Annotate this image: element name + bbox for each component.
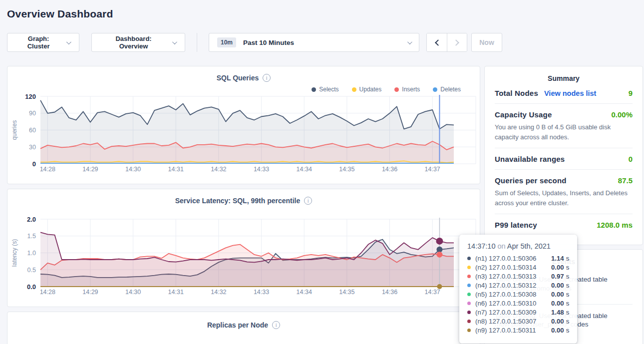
svg-text:14:29: 14:29 bbox=[82, 289, 98, 296]
svg-text:14:31: 14:31 bbox=[168, 289, 184, 296]
legend-dot bbox=[394, 87, 399, 92]
svg-text:90: 90 bbox=[29, 110, 36, 117]
legend-item-selects[interactable]: Selects bbox=[312, 85, 338, 93]
graph-dropdown-label: Graph: Cluster bbox=[16, 35, 60, 50]
node-color-dot bbox=[467, 329, 471, 332]
info-icon[interactable] bbox=[263, 74, 271, 82]
summary-row-capacity: Capacity Usage 0.00% You are using 0 B o… bbox=[495, 104, 633, 148]
svg-text:0.0: 0.0 bbox=[27, 283, 36, 291]
tooltip-node-row: (n2) 127.0.0.1:503140.00s bbox=[467, 263, 569, 272]
svg-text:14:35: 14:35 bbox=[339, 289, 354, 296]
time-range-badge: 10m bbox=[217, 37, 236, 47]
svg-text:1.0: 1.0 bbox=[27, 250, 36, 257]
node-color-dot bbox=[467, 302, 471, 305]
summary-row-qps: Queries per second 87.5 Sum of Selects, … bbox=[495, 170, 633, 214]
info-icon[interactable] bbox=[304, 197, 312, 205]
tooltip-timestamp: 14:37:10 on Apr 5th, 2021 bbox=[467, 242, 569, 250]
summary-title: Summary bbox=[495, 74, 633, 82]
svg-text:120: 120 bbox=[25, 93, 36, 100]
capacity-usage-value: 0.00% bbox=[611, 110, 633, 119]
tooltip-node-row: (n7) 127.0.0.1:503091.48s bbox=[467, 308, 569, 317]
svg-text:1.5: 1.5 bbox=[27, 233, 36, 240]
svg-text:14:33: 14:33 bbox=[254, 289, 269, 296]
svg-text:14:32: 14:32 bbox=[211, 166, 226, 173]
node-color-dot bbox=[467, 320, 471, 323]
sql-queries-card: SQL Queries SelectsUpdatesInsertsDeletes… bbox=[7, 66, 480, 184]
unavailable-ranges-label: Unavailable ranges bbox=[495, 155, 565, 163]
svg-text:14:30: 14:30 bbox=[125, 289, 141, 296]
svg-text:14:29: 14:29 bbox=[82, 166, 98, 173]
qps-label: Queries per second bbox=[495, 176, 567, 185]
legend-dot bbox=[352, 87, 356, 92]
summary-row-p99: P99 latency 1208.0 ms bbox=[495, 214, 633, 235]
total-nodes-label: Total Nodes bbox=[495, 89, 538, 97]
summary-row-unavailable-ranges: Unavailable ranges 0 bbox=[495, 148, 633, 170]
svg-text:2.0: 2.0 bbox=[27, 216, 36, 223]
tooltip-node-row: (n5) 127.0.0.1:503080.00s bbox=[467, 290, 569, 299]
svg-text:14:34: 14:34 bbox=[297, 166, 312, 173]
summary-row-total-nodes: Total Nodes View nodes list 9 bbox=[495, 82, 633, 104]
latency-hover-tooltip: 14:37:10 on Apr 5th, 2021 (n1) 127.0.0.1… bbox=[459, 235, 577, 344]
node-color-dot bbox=[467, 284, 471, 287]
sql-queries-title: SQL Queries bbox=[217, 74, 259, 82]
controls-divider bbox=[197, 33, 197, 52]
time-next-button[interactable] bbox=[447, 33, 467, 51]
capacity-usage-label: Capacity Usage bbox=[495, 110, 552, 119]
p99-latency-value: 1208.0 ms bbox=[597, 221, 633, 229]
chevron-down-icon bbox=[66, 39, 71, 44]
svg-text:14:32: 14:32 bbox=[211, 289, 226, 296]
time-pager bbox=[426, 33, 467, 52]
view-nodes-list-link[interactable]: View nodes list bbox=[544, 89, 597, 97]
replicas-per-node-card: Replicas per Node bbox=[7, 312, 480, 344]
tooltip-node-row: (n6) 127.0.0.1:503100.00s bbox=[467, 299, 569, 308]
legend-item-updates[interactable]: Updates bbox=[352, 85, 382, 93]
svg-text:14:28: 14:28 bbox=[40, 166, 55, 173]
svg-text:14:28: 14:28 bbox=[40, 289, 55, 296]
svg-text:30: 30 bbox=[29, 144, 36, 151]
svg-text:14:37: 14:37 bbox=[425, 289, 440, 296]
node-color-dot bbox=[467, 311, 471, 314]
qps-description: Sum of Selects, Updates, Inserts, and De… bbox=[495, 188, 633, 208]
time-range-dropdown[interactable]: 10m Past 10 Minutes bbox=[209, 33, 419, 52]
sql-queries-chart[interactable]: 14:2814:2914:3014:3114:3214:3314:3414:35… bbox=[7, 93, 481, 175]
total-nodes-value: 9 bbox=[629, 89, 633, 97]
svg-text:14:35: 14:35 bbox=[339, 166, 354, 173]
capacity-usage-description: You are using 0 B of 4.5 GiB usable disk… bbox=[495, 122, 633, 142]
node-color-dot bbox=[467, 275, 471, 278]
service-latency-title: Service Latency: SQL, 99th percentile bbox=[175, 197, 301, 205]
graph-dropdown[interactable]: Graph: Cluster bbox=[7, 33, 79, 52]
time-prev-button[interactable] bbox=[427, 33, 447, 51]
svg-text:0: 0 bbox=[32, 160, 36, 168]
replicas-per-node-title: Replicas per Node bbox=[207, 321, 268, 329]
svg-text:latency (s): latency (s) bbox=[11, 239, 18, 267]
svg-text:14:34: 14:34 bbox=[297, 289, 312, 296]
tooltip-node-row: (n8) 127.0.0.1:503070.00s bbox=[467, 317, 569, 326]
qps-value: 87.5 bbox=[618, 176, 633, 185]
chevron-left-icon bbox=[435, 39, 441, 46]
legend-dot bbox=[312, 87, 316, 92]
svg-text:14:31: 14:31 bbox=[168, 166, 184, 173]
svg-text:14:37: 14:37 bbox=[425, 166, 440, 173]
node-color-dot bbox=[467, 257, 471, 260]
service-latency-chart[interactable]: 14:2814:2914:3014:3114:3214:3314:3414:35… bbox=[7, 216, 481, 298]
unavailable-ranges-value: 0 bbox=[629, 155, 633, 163]
dashboard-controls: Graph: Cluster Dashboard: Overview 10m P… bbox=[7, 33, 644, 52]
legend-dot bbox=[433, 87, 437, 92]
tooltip-node-row: (n9) 127.0.0.1:503110.00s bbox=[467, 326, 569, 335]
svg-text:0.5: 0.5 bbox=[27, 267, 36, 274]
chevron-right-icon bbox=[453, 39, 459, 46]
dashboard-dropdown[interactable]: Dashboard: Overview bbox=[91, 33, 185, 52]
legend-item-inserts[interactable]: Inserts bbox=[394, 85, 420, 93]
info-icon[interactable] bbox=[272, 321, 280, 329]
summary-panel: Summary Total Nodes View nodes list 9 Ca… bbox=[484, 66, 643, 245]
now-button[interactable]: Now bbox=[471, 33, 502, 52]
node-color-dot bbox=[467, 266, 471, 269]
page-title: Overview Dashboard bbox=[0, 0, 644, 20]
tooltip-node-row: (n3) 127.0.0.1:503130.97s bbox=[467, 272, 569, 281]
svg-text:14:36: 14:36 bbox=[382, 166, 397, 173]
svg-text:14:30: 14:30 bbox=[125, 166, 141, 173]
svg-text:60: 60 bbox=[29, 127, 36, 134]
svg-text:14:33: 14:33 bbox=[254, 166, 269, 173]
legend-item-deletes[interactable]: Deletes bbox=[433, 85, 461, 93]
sql-queries-legend: SelectsUpdatesInsertsDeletes bbox=[7, 85, 461, 93]
